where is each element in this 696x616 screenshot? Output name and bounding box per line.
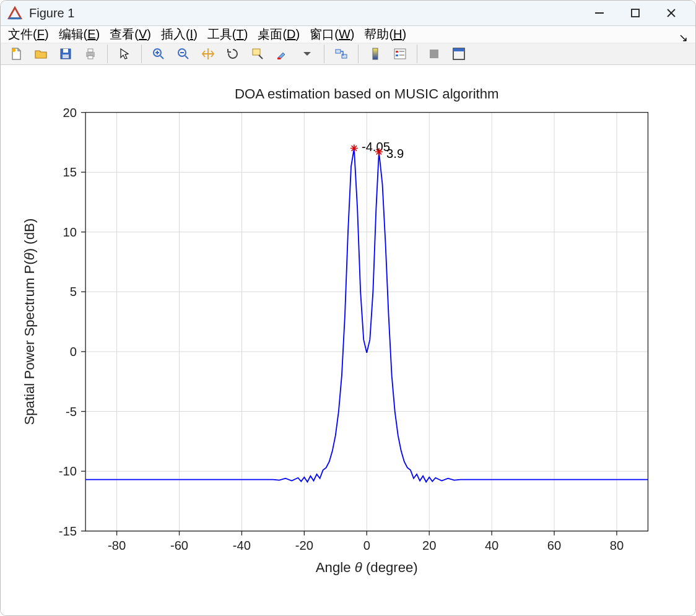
svg-text:60: 60 xyxy=(547,539,561,552)
toolbar-sep xyxy=(358,45,359,63)
x-axis-label: Angle θ (degree) xyxy=(316,560,418,575)
print-icon[interactable] xyxy=(80,43,101,64)
svg-text:5: 5 xyxy=(70,285,77,298)
figure-window: Figure 1 文件(F) 编辑(E) 查看(V) 插入(I) 工具(T) 桌… xyxy=(0,0,696,616)
y-axis-label: Spatial Power Spectrum P(θ) (dB) xyxy=(22,219,37,425)
menu-overflow-icon[interactable]: ↘ xyxy=(679,31,688,45)
menubar: 文件(F) 编辑(E) 查看(V) 插入(I) 工具(T) 桌面(D) 窗口(W… xyxy=(1,26,695,43)
annotation-label: -4.05 xyxy=(362,140,390,154)
svg-rect-21 xyxy=(342,54,347,58)
svg-text:-20: -20 xyxy=(295,539,313,552)
pointer-icon[interactable] xyxy=(114,43,135,64)
svg-rect-19 xyxy=(277,58,281,59)
close-button[interactable] xyxy=(653,1,689,25)
zoom-out-icon[interactable] xyxy=(173,43,194,64)
toolbar-sep xyxy=(107,45,108,63)
svg-rect-20 xyxy=(336,50,341,53)
rotate-icon[interactable] xyxy=(222,43,243,64)
maximize-button[interactable] xyxy=(617,1,653,25)
titlebar: Figure 1 xyxy=(1,1,695,26)
svg-text:10: 10 xyxy=(63,225,77,239)
datacursor-icon[interactable] xyxy=(247,43,268,64)
app-icon xyxy=(7,5,23,21)
svg-rect-6 xyxy=(63,49,68,53)
menu-desktop[interactable]: 桌面(D) xyxy=(258,26,300,43)
window-title: Figure 1 xyxy=(29,6,581,20)
toolbar-sep xyxy=(324,45,324,63)
svg-text:-5: -5 xyxy=(66,405,77,419)
svg-rect-25 xyxy=(396,54,398,56)
plot-area[interactable]: -80-60-40-20020406080-15-10-505101520DOA… xyxy=(1,65,695,616)
toolbar-sep xyxy=(417,45,417,63)
chart: -80-60-40-20020406080-15-10-505101520DOA… xyxy=(11,74,685,601)
svg-rect-9 xyxy=(88,49,93,52)
svg-text:0: 0 xyxy=(363,539,370,552)
save-icon[interactable] xyxy=(55,43,76,64)
zoom-in-icon[interactable] xyxy=(148,43,169,64)
pan-icon[interactable] xyxy=(198,43,219,64)
brush-icon[interactable] xyxy=(272,43,293,64)
svg-text:80: 80 xyxy=(610,539,624,552)
svg-text:0: 0 xyxy=(70,345,77,358)
dock-icon[interactable] xyxy=(448,43,469,64)
svg-text:20: 20 xyxy=(63,106,77,119)
menu-help[interactable]: 帮助(H) xyxy=(364,26,406,43)
svg-rect-10 xyxy=(88,56,93,59)
svg-rect-24 xyxy=(396,51,398,53)
svg-text:-10: -10 xyxy=(59,464,77,478)
toolbar xyxy=(1,43,695,65)
menu-edit[interactable]: 编辑(E) xyxy=(59,26,100,43)
svg-point-4 xyxy=(12,48,15,52)
svg-line-16 xyxy=(185,56,188,59)
svg-text:20: 20 xyxy=(422,539,436,552)
svg-text:-60: -60 xyxy=(170,539,188,552)
menu-insert[interactable]: 插入(I) xyxy=(161,26,198,43)
svg-rect-22 xyxy=(373,48,378,59)
svg-text:15: 15 xyxy=(63,165,77,179)
menu-tools[interactable]: 工具(T) xyxy=(207,26,248,43)
colorbar-icon[interactable] xyxy=(365,43,386,64)
annotation-label: 3.9 xyxy=(386,147,404,160)
svg-line-12 xyxy=(160,56,163,59)
toolbar-sep xyxy=(141,45,142,63)
menu-view[interactable]: 查看(V) xyxy=(110,26,151,43)
svg-rect-28 xyxy=(430,50,438,58)
brush-menu-icon[interactable] xyxy=(297,43,318,64)
legend-icon[interactable] xyxy=(389,43,411,64)
svg-rect-18 xyxy=(253,49,260,55)
svg-rect-30 xyxy=(453,48,464,51)
minimize-button[interactable] xyxy=(581,1,617,25)
open-icon[interactable] xyxy=(30,43,51,64)
svg-rect-7 xyxy=(63,54,69,58)
svg-rect-1 xyxy=(632,9,639,17)
new-file-icon[interactable] xyxy=(6,43,27,64)
hide-icon[interactable] xyxy=(424,43,445,64)
svg-text:-15: -15 xyxy=(59,524,77,538)
menu-window[interactable]: 窗口(W) xyxy=(310,26,354,43)
svg-text:-80: -80 xyxy=(108,539,126,552)
chart-title: DOA estimation based on MUSIC algorithm xyxy=(235,86,499,102)
svg-rect-23 xyxy=(394,49,406,59)
svg-text:-40: -40 xyxy=(233,539,251,552)
menu-file[interactable]: 文件(F) xyxy=(8,26,49,43)
svg-text:40: 40 xyxy=(485,539,498,552)
link-icon[interactable] xyxy=(331,43,352,64)
